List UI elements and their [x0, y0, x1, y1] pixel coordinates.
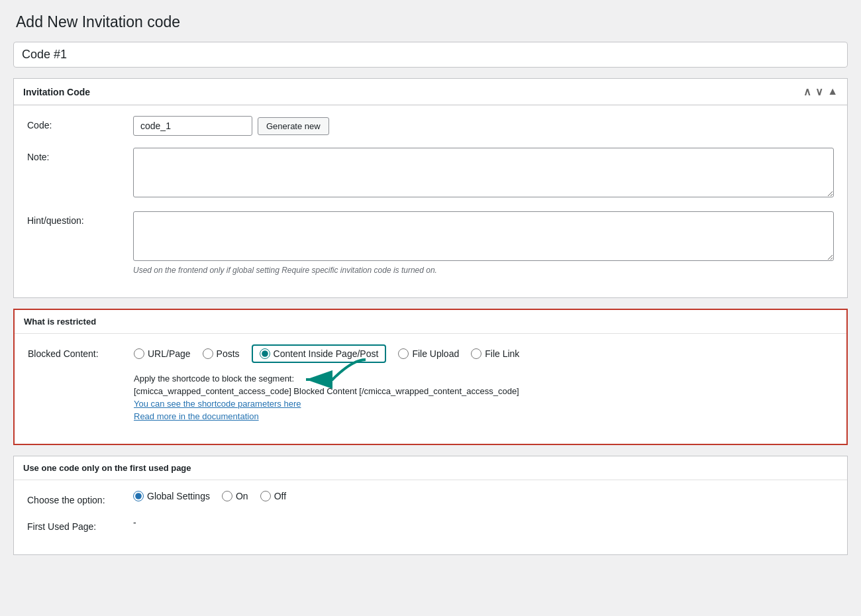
use-one-code-box: Use one code only on the first used page…	[13, 456, 848, 555]
radio-content-inside[interactable]: Content Inside Page/Post	[252, 344, 387, 363]
metabox-header: Invitation Code ∧ ∨ ▲	[14, 79, 847, 105]
restricted-box: What is restricted Blocked Content: URL/…	[13, 309, 848, 445]
shortcode-info-area: Apply the shortcode to block the segment…	[134, 363, 833, 421]
code-row: Code: Generate new	[27, 116, 834, 136]
choose-option-label: Choose the option:	[27, 491, 133, 505]
choose-option-row: Choose the option: Global Settings On Of…	[27, 491, 834, 505]
radio-off-input[interactable]	[260, 491, 271, 501]
choose-option-group: Global Settings On Off	[133, 491, 834, 501]
radio-global-settings-input[interactable]	[133, 491, 144, 501]
metabox-body: Code: Generate new Note: Hint/question: …	[14, 105, 847, 297]
collapse-up-icon[interactable]: ∧	[803, 85, 811, 98]
first-used-page-row: First Used Page: -	[27, 517, 834, 532]
use-one-code-body: Choose the option: Global Settings On Of…	[14, 480, 847, 554]
note-textarea[interactable]	[133, 148, 834, 197]
radio-url-page-input[interactable]	[134, 348, 144, 359]
radio-file-upload[interactable]: File Upload	[398, 348, 459, 359]
radio-file-upload-input[interactable]	[398, 348, 409, 359]
title-input[interactable]	[13, 42, 848, 68]
radio-global-settings[interactable]: Global Settings	[133, 491, 210, 501]
restricted-body: Blocked Content: URL/Page Posts	[15, 334, 846, 444]
first-used-page-value: -	[133, 517, 834, 528]
shortcode-params-link[interactable]: You can see the shortcode parameters her…	[134, 399, 519, 409]
metabox-controls[interactable]: ∧ ∨ ▲	[803, 85, 838, 98]
collapse-toggle-icon[interactable]: ▲	[827, 85, 838, 98]
radio-file-link-label[interactable]: File Link	[485, 348, 519, 359]
hint-textarea[interactable]	[133, 211, 834, 261]
radio-posts-label[interactable]: Posts	[217, 348, 240, 359]
page-title: Add New Invitation code	[13, 13, 848, 31]
collapse-down-icon[interactable]: ∨	[815, 85, 823, 98]
radio-content-inside-label[interactable]: Content Inside Page/Post	[274, 348, 379, 359]
blocked-content-radio-group: URL/Page Posts Content Inside Page/Post	[134, 344, 833, 363]
radio-posts[interactable]: Posts	[203, 348, 240, 359]
use-one-code-radio-group: Global Settings On Off	[133, 491, 834, 501]
radio-file-upload-label[interactable]: File Upload	[412, 348, 459, 359]
blocked-content-options: URL/Page Posts Content Inside Page/Post	[134, 344, 833, 421]
blocked-content-label: Blocked Content:	[28, 344, 134, 359]
hint-label: Hint/question:	[27, 211, 133, 226]
radio-file-link[interactable]: File Link	[471, 348, 519, 359]
shortcode-info: Apply the shortcode to block the segment…	[134, 374, 519, 421]
radio-on[interactable]: On	[222, 491, 248, 501]
restricted-header: What is restricted	[15, 310, 846, 334]
metabox-title: Invitation Code	[23, 87, 90, 97]
radio-posts-input[interactable]	[203, 348, 213, 359]
note-label: Note:	[27, 148, 133, 162]
shortcode-code-text: [cmicca_wrapped_content_access_code] Blo…	[134, 386, 519, 396]
note-row: Note:	[27, 148, 834, 199]
hint-field-group: Used on the frontend only if global sett…	[133, 211, 834, 275]
use-one-code-header: Use one code only on the first used page	[14, 456, 847, 480]
radio-url-page[interactable]: URL/Page	[134, 348, 191, 359]
code-input[interactable]	[133, 116, 252, 136]
radio-global-settings-label[interactable]: Global Settings	[147, 491, 210, 501]
radio-content-inside-input[interactable]	[260, 348, 270, 359]
hint-note: Used on the frontend only if global sett…	[133, 266, 834, 275]
radio-url-page-label[interactable]: URL/Page	[148, 348, 191, 359]
code-field-group: Generate new	[133, 116, 834, 136]
blocked-content-row: Blocked Content: URL/Page Posts	[28, 344, 833, 421]
first-used-page-label: First Used Page:	[27, 517, 133, 532]
radio-off-label[interactable]: Off	[274, 491, 286, 501]
radio-on-input[interactable]	[222, 491, 232, 501]
code-label: Code:	[27, 116, 133, 130]
invitation-code-metabox: Invitation Code ∧ ∨ ▲ Code: Generate new…	[13, 78, 848, 298]
radio-on-label[interactable]: On	[236, 491, 248, 501]
shortcode-apply-text: Apply the shortcode to block the segment…	[134, 374, 519, 384]
radio-off[interactable]: Off	[260, 491, 286, 501]
docs-link[interactable]: Read more in the documentation	[134, 411, 519, 421]
hint-row: Hint/question: Used on the frontend only…	[27, 211, 834, 275]
generate-new-button[interactable]: Generate new	[258, 117, 329, 135]
note-field-group	[133, 148, 834, 199]
radio-file-link-input[interactable]	[471, 348, 481, 359]
